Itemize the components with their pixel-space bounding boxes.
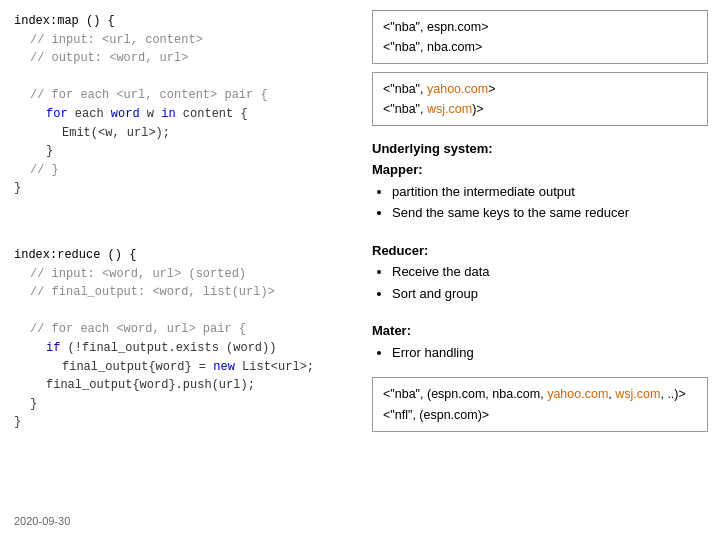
box2-line1: <"nba", yahoo.com> [383,79,697,99]
mapper-item-1: partition the intermediate output [392,181,708,202]
underlying-title: Underlying system: [372,138,708,159]
code-line: } [14,413,346,432]
reducer-item-1: Receive the data [392,261,708,282]
box2-line2: <"nba", wsj.com)> [383,99,697,119]
reducer-section: Reducer: Receive the data Sort and group [372,236,708,308]
bottom-line1: <"nba", (espn.com, nba.com, yahoo.com, w… [383,384,697,405]
main-container: index:map () { // input: <url, content> … [0,0,720,540]
code-line: // for each <word, url> pair { [14,320,346,339]
right-panel: <"nba", espn.com> <"nba", nba.com> <"nba… [360,0,720,540]
box1-line1: <"nba", espn.com> [383,17,697,37]
box1-line2: <"nba", nba.com> [383,37,697,57]
code-line [14,68,346,87]
reducer-item-2: Sort and group [392,283,708,304]
code-line: index:map () { [14,12,346,31]
reducer-list: Receive the data Sort and group [372,261,708,304]
code-line [14,302,346,321]
code-line: for each word w in content { [14,105,346,124]
mater-title: Mater: [372,320,708,341]
code-line: final_output{word}.push(url); [14,376,346,395]
output-box-1: <"nba", espn.com> <"nba", nba.com> [372,10,708,64]
code-line: // final_output: <word, list(url)> [14,283,346,302]
code-line: if (!final_output.exists (word)) [14,339,346,358]
code-line: final_output{word} = new List<url>; [14,358,346,377]
code-block-map: index:map () { // input: <url, content> … [14,12,346,198]
output-box-2: <"nba", yahoo.com> <"nba", wsj.com)> [372,72,708,126]
code-line: // for each <url, content> pair { [14,86,346,105]
code-line: } [14,179,346,198]
code-block-reduce: index:reduce () { // input: <word, url> … [14,246,346,432]
code-line: // input: <url, content> [14,31,346,50]
bottom-line2: <"nfl", (espn.com)> [383,405,697,426]
mapper-list: partition the intermediate output Send t… [372,181,708,224]
mapper-title: Mapper: [372,159,708,180]
code-line: // output: <word, url> [14,49,346,68]
mater-section: Mater: Error handling [372,316,708,367]
code-line: Emit(<w, url>); [14,124,346,143]
code-line: index:reduce () { [14,246,346,265]
code-line: } [14,142,346,161]
code-panel: index:map () { // input: <url, content> … [0,0,360,540]
mapper-section: Underlying system: Mapper: partition the… [372,134,708,228]
mater-list: Error handling [372,342,708,363]
mapper-item-2: Send the same keys to the same reducer [392,202,708,223]
reducer-title: Reducer: [372,240,708,261]
code-line: // } [14,161,346,180]
output-box-bottom: <"nba", (espn.com, nba.com, yahoo.com, w… [372,377,708,432]
mater-item-1: Error handling [392,342,708,363]
code-line: // input: <word, url> (sorted) [14,265,346,284]
code-line: } [14,395,346,414]
date-label: 2020-09-30 [14,513,70,530]
